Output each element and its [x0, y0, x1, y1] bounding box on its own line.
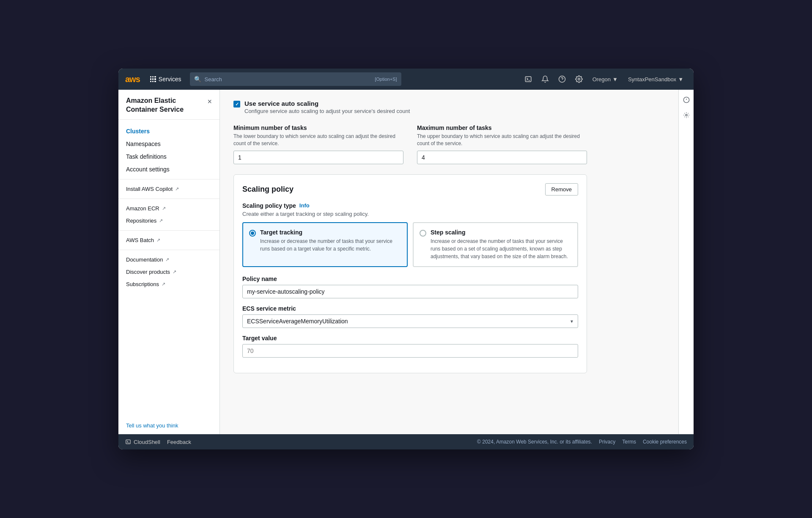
grid-icon	[150, 76, 156, 82]
cloudshell-button[interactable]: CloudShell	[125, 439, 160, 445]
sidebar-title: Amazon Elastic Container Service	[126, 96, 207, 114]
step-scaling-option[interactable]: Step scaling Increase or decrease the nu…	[413, 222, 578, 267]
policy-type-description: Create either a target tracking or step …	[242, 211, 578, 217]
sidebar-item-repositories[interactable]: Repositories ↗	[118, 215, 219, 227]
scaling-policy-title: Scaling policy	[242, 185, 294, 194]
target-tracking-label: Target tracking	[260, 229, 401, 236]
svg-point-4	[578, 78, 580, 80]
policy-type-label: Scaling policy type	[242, 202, 296, 209]
cookie-preferences-link[interactable]: Cookie preferences	[643, 439, 687, 445]
sidebar-item-subscriptions[interactable]: Subscriptions ↗	[118, 278, 219, 290]
external-link-icon: ↗	[156, 237, 160, 243]
sidebar-navigation: Clusters Namespaces Task definitions Acc…	[118, 120, 219, 295]
terms-link[interactable]: Terms	[622, 439, 636, 445]
policy-name-field: Policy name	[242, 276, 578, 298]
max-tasks-label: Maximum number of tasks	[417, 124, 587, 131]
external-link-icon: ↗	[162, 281, 165, 287]
sidebar-item-aws-batch[interactable]: AWS Batch ↗	[118, 234, 219, 246]
remove-button[interactable]: Remove	[545, 183, 578, 196]
policy-name-input[interactable]	[242, 285, 578, 298]
search-bar[interactable]: 🔍 [Option+S]	[190, 72, 401, 86]
target-value-field: Target value	[242, 335, 578, 358]
services-label: Services	[159, 76, 181, 83]
external-link-icon: ↗	[175, 186, 179, 192]
sidebar-item-clusters[interactable]: Clusters	[118, 125, 219, 138]
scaling-policy-card: Scaling policy Remove Scaling policy typ…	[233, 174, 587, 373]
step-scaling-description: Increase or decrease the number of tasks…	[431, 237, 571, 260]
policy-type-section: Scaling policy type Info Create either a…	[242, 202, 578, 267]
ecs-metric-select[interactable]: ECSServiceAverageMemoryUtilization ECSSe…	[242, 314, 578, 328]
privacy-link[interactable]: Privacy	[599, 439, 615, 445]
sidebar-divider-4	[118, 250, 219, 250]
services-menu-button[interactable]: Services	[147, 74, 185, 84]
sidebar-item-discover-products[interactable]: Discover products ↗	[118, 266, 219, 278]
sidebar-divider-3	[118, 230, 219, 231]
auto-scaling-title: Use service auto scaling	[244, 100, 410, 107]
sidebar-divider-1	[118, 179, 219, 179]
feedback-button[interactable]: Feedback	[167, 439, 191, 445]
external-link-icon: ↗	[159, 218, 163, 223]
sidebar-close-button[interactable]: ×	[207, 97, 212, 106]
notifications-icon[interactable]	[538, 72, 552, 86]
external-link-icon: ↗	[162, 206, 166, 211]
target-tracking-option[interactable]: Target tracking Increase or decrease the…	[242, 222, 408, 267]
right-sidebar	[678, 90, 694, 434]
sidebar-item-documentation[interactable]: Documentation ↗	[118, 253, 219, 266]
main-content: Use service auto scaling Configure servi…	[220, 90, 678, 434]
min-tasks-input[interactable]	[233, 151, 403, 164]
max-tasks-input[interactable]	[417, 151, 587, 164]
help-icon[interactable]	[555, 72, 569, 86]
settings-icon[interactable]	[572, 72, 586, 86]
bottom-bar: CloudShell Feedback © 2024, Amazon Web S…	[118, 434, 694, 449]
account-label: SyntaxPenSandbox	[628, 76, 676, 83]
region-selector[interactable]: Oregon ▼	[589, 74, 621, 84]
account-chevron-icon: ▼	[678, 76, 683, 83]
cloudshell-nav-icon[interactable]	[521, 72, 535, 86]
target-tracking-radio[interactable]	[249, 230, 256, 237]
max-tasks-field: Maximum number of tasks The upper bounda…	[417, 124, 587, 164]
policy-name-label: Policy name	[242, 276, 578, 282]
aws-logo[interactable]: aws	[125, 74, 140, 84]
search-shortcut: [Option+S]	[375, 77, 397, 82]
step-scaling-radio[interactable]	[420, 230, 426, 237]
search-icon: 🔍	[194, 76, 201, 83]
min-tasks-label: Minimum number of tasks	[233, 124, 403, 131]
search-input[interactable]	[205, 76, 372, 83]
external-link-icon: ↗	[165, 257, 169, 262]
sidebar-item-install-copilot[interactable]: Install AWS Copilot ↗	[118, 183, 219, 195]
sidebar-header: Amazon Elastic Container Service ×	[118, 90, 219, 120]
sidebar-item-task-definitions[interactable]: Task definitions	[118, 150, 219, 163]
external-link-icon: ↗	[173, 269, 176, 275]
max-tasks-description: The upper boundary to which service auto…	[417, 133, 587, 147]
policy-type-info-link[interactable]: Info	[299, 202, 310, 209]
ecs-metric-field: ECS service metric ECSServiceAverageMemo…	[242, 305, 578, 328]
min-tasks-description: The lower boundary to which service auto…	[233, 133, 403, 147]
account-selector[interactable]: SyntaxPenSandbox ▼	[625, 74, 687, 84]
sidebar-item-account-settings[interactable]: Account settings	[118, 163, 219, 176]
svg-point-8	[686, 114, 687, 116]
sidebar-item-namespaces[interactable]: Namespaces	[118, 138, 219, 150]
sidebar-divider-2	[118, 198, 219, 199]
right-info-icon[interactable]	[680, 94, 692, 106]
scaling-policy-header: Scaling policy Remove	[242, 183, 578, 196]
copyright-text: © 2024, Amazon Web Services, Inc. or its…	[477, 439, 592, 445]
step-scaling-label: Step scaling	[431, 229, 571, 236]
target-value-input[interactable]	[242, 344, 578, 358]
bottom-right-links: © 2024, Amazon Web Services, Inc. or its…	[477, 439, 687, 445]
cloudshell-label: CloudShell	[134, 439, 160, 445]
auto-scaling-description: Configure service auto scaling to adjust…	[244, 108, 410, 114]
auto-scaling-checkbox[interactable]	[233, 101, 240, 107]
sidebar-item-amazon-ecr[interactable]: Amazon ECR ↗	[118, 202, 219, 215]
policy-type-options: Target tracking Increase or decrease the…	[242, 222, 578, 267]
tasks-fields-row: Minimum number of tasks The lower bounda…	[233, 124, 587, 164]
region-chevron-icon: ▼	[612, 76, 618, 83]
sidebar: Amazon Elastic Container Service × Clust…	[118, 90, 220, 434]
tell-us-link[interactable]: Tell us what you think	[126, 422, 178, 429]
target-tracking-radio-fill	[251, 231, 254, 235]
tell-us-section: Tell us what you think	[118, 416, 219, 434]
top-navigation: aws Services 🔍 [Option+S]	[118, 69, 694, 90]
target-value-label: Target value	[242, 335, 578, 342]
right-settings-icon[interactable]	[680, 109, 692, 121]
aws-logo-text: aws	[125, 74, 140, 84]
auto-scaling-section: Use service auto scaling Configure servi…	[233, 100, 587, 114]
